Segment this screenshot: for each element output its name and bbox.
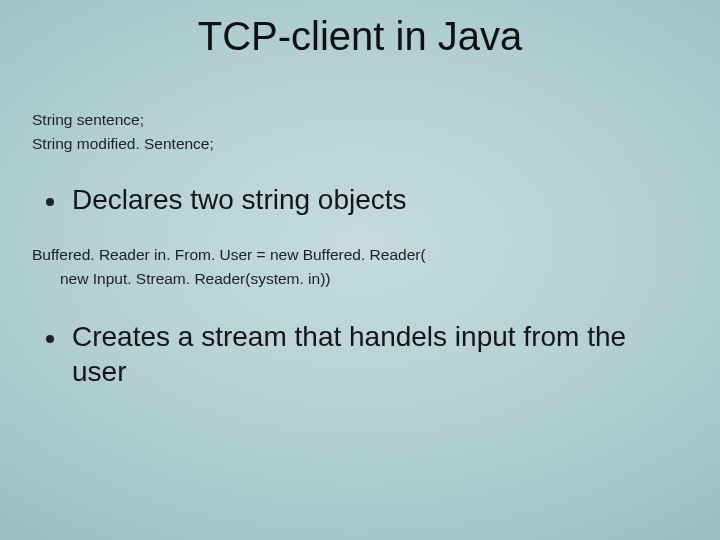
bullet-item-2: Creates a stream that handels input from… bbox=[32, 319, 680, 389]
bullet-item-1: Declares two string objects bbox=[32, 182, 680, 217]
code-line-4: new Input. Stream. Reader(system. in)) bbox=[32, 267, 680, 291]
bullet-dot-icon bbox=[46, 335, 54, 343]
code-line-2: String modified. Sentence; bbox=[32, 132, 680, 156]
bullet-text-2: Creates a stream that handels input from… bbox=[72, 319, 672, 389]
slide-title: TCP-client in Java bbox=[0, 14, 720, 59]
code-line-3: Buffered. Reader in. From. User = new Bu… bbox=[32, 243, 680, 267]
slide: TCP-client in Java String sentence; Stri… bbox=[0, 0, 720, 540]
code-block-2: Buffered. Reader in. From. User = new Bu… bbox=[32, 243, 680, 291]
bullet-dot-icon bbox=[46, 198, 54, 206]
code-line-1: String sentence; bbox=[32, 108, 680, 132]
bullet-text-1: Declares two string objects bbox=[72, 182, 407, 217]
slide-body: String sentence; String modified. Senten… bbox=[32, 108, 680, 389]
